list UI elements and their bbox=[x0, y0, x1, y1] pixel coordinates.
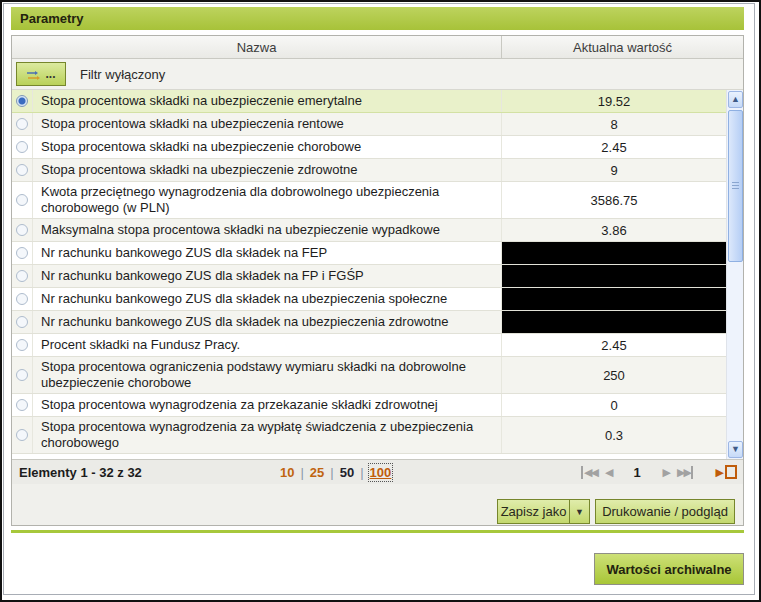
parameter-name-cell[interactable]: Stopa procentowa składki na ubezpieczeni… bbox=[33, 159, 502, 181]
panel-footer: Zapisz jako ▼ Drukowanie / podgląd bbox=[12, 484, 743, 525]
parameter-value-cell[interactable] bbox=[502, 311, 726, 333]
radio-button[interactable] bbox=[16, 224, 28, 236]
filter-button[interactable]: ... bbox=[16, 62, 66, 86]
table-row[interactable]: Nr rachunku bankowego ZUS dla składek na… bbox=[12, 288, 726, 311]
parameter-name-cell[interactable]: Stopa procentowa ograniczenia podstawy w… bbox=[33, 357, 502, 393]
parameter-name-cell[interactable]: Nr rachunku bankowego ZUS dla składek na… bbox=[33, 242, 502, 264]
row-radio-cell[interactable] bbox=[12, 394, 33, 416]
table-row[interactable]: Nr rachunku bankowego ZUS dla składek na… bbox=[12, 265, 726, 288]
separator: | bbox=[360, 465, 363, 480]
table-row[interactable]: Stopa procentowa składki na ubezpieczeni… bbox=[12, 136, 726, 159]
table-row[interactable]: Stopa procentowa składki na ubezpieczeni… bbox=[12, 113, 726, 136]
radio-button[interactable] bbox=[16, 270, 28, 282]
row-radio-cell[interactable] bbox=[12, 113, 33, 135]
row-radio-cell[interactable] bbox=[12, 219, 33, 241]
parameter-value-cell[interactable]: 3586.75 bbox=[502, 182, 726, 218]
parameter-value-cell[interactable]: 0 bbox=[502, 394, 726, 416]
page-size-50[interactable]: 50 bbox=[340, 465, 354, 480]
radio-button[interactable] bbox=[16, 429, 28, 441]
save-as-dropdown-arrow[interactable]: ▼ bbox=[569, 499, 590, 524]
parameter-name-cell[interactable]: Procent składki na Fundusz Pracy. bbox=[33, 334, 502, 356]
parameter-value-cell[interactable]: 2.45 bbox=[502, 334, 726, 356]
row-radio-cell[interactable] bbox=[12, 242, 33, 264]
table-row[interactable]: Stopa procentowa wynagrodzenia za wypłat… bbox=[12, 417, 726, 454]
last-page-icon[interactable]: ▶▶ bbox=[677, 466, 693, 479]
scroll-down-button[interactable]: ▼ bbox=[728, 441, 743, 458]
radio-button[interactable] bbox=[16, 95, 28, 107]
parameter-value-cell[interactable] bbox=[502, 265, 726, 287]
row-radio-cell[interactable] bbox=[12, 90, 33, 112]
parameter-value-cell[interactable]: 8 bbox=[502, 113, 726, 135]
filter-button-label: ... bbox=[45, 69, 55, 79]
scrollbar-grip bbox=[732, 182, 739, 190]
page-size-100[interactable]: 100 bbox=[370, 465, 392, 480]
row-radio-cell[interactable] bbox=[12, 417, 33, 453]
app-window: Parametry Nazwa Aktualna wartość bbox=[0, 0, 761, 602]
separator: | bbox=[330, 465, 333, 480]
table-header-row: Nazwa Aktualna wartość bbox=[12, 36, 743, 59]
row-radio-cell[interactable] bbox=[12, 334, 33, 356]
parameter-value-cell[interactable]: 250 bbox=[502, 357, 726, 393]
table-row[interactable]: Nr rachunku bankowego ZUS dla składek na… bbox=[12, 311, 726, 334]
radio-button[interactable] bbox=[16, 164, 28, 176]
table-row[interactable]: Stopa procentowa ograniczenia podstawy w… bbox=[12, 357, 726, 394]
parameter-name-cell[interactable]: Stopa procentowa składki na ubezpieczeni… bbox=[33, 136, 502, 158]
row-radio-cell[interactable] bbox=[12, 311, 33, 333]
radio-button[interactable] bbox=[16, 141, 28, 153]
parameter-name-cell[interactable]: Stopa procentowa składki na ubezpieczeni… bbox=[33, 90, 502, 112]
page-size-10[interactable]: 10 bbox=[280, 465, 294, 480]
row-radio-cell[interactable] bbox=[12, 357, 33, 393]
table-body: Stopa procentowa składki na ubezpieczeni… bbox=[12, 90, 743, 459]
parameter-name-cell[interactable]: Nr rachunku bankowego ZUS dla składek na… bbox=[33, 288, 502, 310]
parameter-value-cell[interactable]: 19.52 bbox=[502, 90, 726, 112]
row-radio-cell[interactable] bbox=[12, 182, 33, 218]
row-radio-cell[interactable] bbox=[12, 159, 33, 181]
row-radio-cell[interactable] bbox=[12, 288, 33, 310]
radio-button[interactable] bbox=[16, 399, 28, 411]
current-page-number: 1 bbox=[633, 465, 640, 480]
radio-button[interactable] bbox=[16, 118, 28, 130]
scrollbar-thumb[interactable] bbox=[728, 110, 743, 262]
archive-values-button[interactable]: Wartości archiwalne bbox=[594, 553, 744, 585]
page-size-25[interactable]: 25 bbox=[310, 465, 324, 480]
radio-button[interactable] bbox=[16, 293, 28, 305]
table-row[interactable]: Nr rachunku bankowego ZUS dla składek na… bbox=[12, 242, 726, 265]
previous-page-icon[interactable]: ◀ bbox=[605, 466, 611, 479]
table-row[interactable]: Procent składki na Fundusz Pracy. 2.45 bbox=[12, 334, 726, 357]
parameter-name-cell[interactable]: Kwota przeciętnego wynagrodzenia dla dob… bbox=[33, 182, 502, 218]
parameter-name-cell[interactable]: Stopa procentowa składki na ubezpieczeni… bbox=[33, 113, 502, 135]
parameter-name-cell[interactable]: Nr rachunku bankowego ZUS dla składek na… bbox=[33, 265, 502, 287]
table-row[interactable]: Stopa procentowa składki na ubezpieczeni… bbox=[12, 159, 726, 182]
row-radio-cell[interactable] bbox=[12, 265, 33, 287]
table-row[interactable]: Stopa procentowa wynagrodzenia za przeka… bbox=[12, 394, 726, 417]
parameter-name-cell[interactable]: Nr rachunku bankowego ZUS dla składek na… bbox=[33, 311, 502, 333]
go-to-page-icon[interactable]: ▶ bbox=[716, 465, 737, 479]
radio-button[interactable] bbox=[16, 316, 28, 328]
first-page-icon[interactable]: ◀◀ bbox=[581, 466, 597, 479]
print-preview-button[interactable]: Drukowanie / podgląd bbox=[595, 499, 735, 524]
parameter-name-cell[interactable]: Stopa procentowa wynagrodzenia za przeka… bbox=[33, 394, 502, 416]
scroll-up-button[interactable]: ▲ bbox=[728, 91, 743, 108]
parameter-value-cell[interactable] bbox=[502, 288, 726, 310]
radio-button[interactable] bbox=[16, 339, 28, 351]
parameter-value-cell[interactable]: 3.86 bbox=[502, 219, 726, 241]
row-radio-cell[interactable] bbox=[12, 136, 33, 158]
radio-button[interactable] bbox=[16, 369, 28, 381]
table-row[interactable]: Stopa procentowa składki na ubezpieczeni… bbox=[12, 90, 726, 113]
elements-summary: Elementy 1 - 32 z 32 bbox=[12, 465, 142, 480]
parameter-value-cell[interactable] bbox=[502, 242, 726, 264]
radio-button[interactable] bbox=[16, 194, 28, 206]
column-header-name[interactable]: Nazwa bbox=[12, 36, 501, 58]
vertical-scrollbar[interactable]: ▲ ▼ bbox=[726, 90, 743, 459]
save-as-button[interactable]: Zapisz jako bbox=[497, 499, 569, 524]
next-page-icon[interactable]: ▶ bbox=[663, 466, 669, 479]
parameter-name-cell[interactable]: Stopa procentowa wynagrodzenia za wypłat… bbox=[33, 417, 502, 453]
parameter-value-cell[interactable]: 0.3 bbox=[502, 417, 726, 453]
column-header-value[interactable]: Aktualna wartość bbox=[501, 36, 743, 58]
radio-button[interactable] bbox=[16, 247, 28, 259]
table-row[interactable]: Maksymalna stopa procentowa składki na u… bbox=[12, 219, 726, 242]
parameter-name-cell[interactable]: Maksymalna stopa procentowa składki na u… bbox=[33, 219, 502, 241]
table-row[interactable]: Kwota przeciętnego wynagrodzenia dla dob… bbox=[12, 182, 726, 219]
parameter-value-cell[interactable]: 2.45 bbox=[502, 136, 726, 158]
parameter-value-cell[interactable]: 9 bbox=[502, 159, 726, 181]
